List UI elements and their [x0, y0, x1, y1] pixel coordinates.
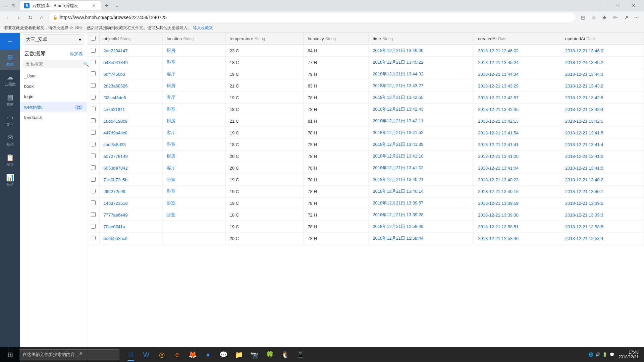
split-view-icon[interactable]: ⊟ — [578, 13, 588, 22]
cell-objectId[interactable]: 18b64190c9 — [99, 115, 163, 127]
sidebar-item-cloud[interactable]: ☁ 云函数 — [0, 70, 20, 90]
row-checkbox[interactable] — [91, 200, 96, 205]
cell-time[interactable]: 2018年12月21日 13:46:00 — [369, 45, 474, 57]
cell-createdAt[interactable]: 2018-12-21 13:41:54 — [474, 127, 561, 139]
address-bar[interactable]: 🔒 https://www.bmob.cn/app/browser/227458… — [48, 13, 576, 22]
cell-createdAt[interactable]: 2018-12-21 13:39:59 — [474, 197, 561, 209]
bookmark-icon[interactable]: ☆ — [589, 13, 598, 22]
import-bookmarks-link[interactable]: 导入收藏夹 — [193, 25, 213, 31]
sidebar-item-data[interactable]: ⊞ 数据 — [0, 50, 20, 70]
cell-updatedAt[interactable]: 2018-12-21 13:41:5 — [561, 127, 644, 139]
cell-createdAt[interactable]: 2018-12-21 13:46:02 — [474, 45, 561, 57]
cell-time[interactable]: 2018年12月21日 12:58:49 — [369, 221, 474, 233]
cell-location[interactable]: 客厅 — [163, 127, 226, 139]
cell-location[interactable]: 卧室 — [163, 104, 226, 115]
cell-updatedAt[interactable]: 2018-12-21 12:58:5 — [561, 221, 644, 233]
cell-createdAt[interactable]: 2018-12-21 13:40:23 — [474, 174, 561, 186]
reload-button[interactable]: ↻ — [25, 13, 35, 22]
bookmark-list-icon[interactable]: ★ — [600, 13, 609, 22]
cell-objectId[interactable]: f03cc43de5 — [99, 92, 163, 104]
cell-location[interactable]: 卧室 — [163, 209, 226, 221]
cell-location[interactable]: 客厅 — [163, 92, 226, 104]
row-checkbox[interactable] — [91, 236, 96, 240]
cell-time[interactable]: 2018年12月21日 13:42:55 — [369, 92, 474, 104]
row-checkbox[interactable] — [91, 224, 96, 229]
sidebar-item-analysis[interactable]: 📊 分析 — [0, 170, 20, 190]
cell-time[interactable]: 2018年12月21日 13:42:43 — [369, 104, 474, 115]
cell-location[interactable]: 卧室 — [163, 197, 226, 209]
taskbar-app-item[interactable]: 📁 — [231, 347, 246, 362]
cell-objectId[interactable]: 70ae0ff41a — [99, 221, 163, 233]
row-checkbox[interactable] — [91, 60, 96, 64]
row-checkbox[interactable] — [91, 71, 96, 76]
cell-time[interactable]: 2018年12月21日 13:41:52 — [369, 127, 474, 139]
cell-updatedAt[interactable]: 2018-12-21 13:43:2 — [561, 80, 644, 92]
taskbar-app-item[interactable]: 📷 — [247, 347, 262, 362]
cell-createdAt[interactable]: 2018-12-21 13:45:24 — [474, 57, 561, 68]
cell-location[interactable]: 厨房 — [163, 45, 226, 57]
cell-objectId[interactable]: ce7621ff41 — [99, 104, 163, 115]
annotate-icon[interactable]: ✏ — [610, 13, 620, 22]
cell-time[interactable]: 2018年12月21日 13:44:32 — [369, 68, 474, 80]
cell-objectId[interactable]: cbcf3c8d35 — [99, 139, 163, 150]
row-checkbox[interactable] — [91, 107, 96, 111]
cell-location[interactable]: 客厅 — [163, 68, 226, 80]
cell-updatedAt[interactable]: 2018-12-21 13:39:5 — [561, 197, 644, 209]
search-box[interactable]: 🔍 — [23, 60, 84, 68]
row-checkbox[interactable] — [91, 95, 96, 100]
close-button[interactable]: ✕ — [626, 0, 641, 11]
restore-button[interactable]: ❐ — [610, 0, 625, 11]
cell-createdAt[interactable]: 2018-12-21 12:58:46 — [474, 233, 561, 244]
sidebar-item-sms[interactable]: ✉ 短信 — [0, 130, 20, 150]
cell-time[interactable]: 2018年12月21日 13:41:18 — [369, 150, 474, 162]
cell-objectId[interactable]: 2d23a68326 — [99, 80, 163, 92]
cell-updatedAt[interactable]: 2018-12-21 12:58:4 — [561, 233, 644, 244]
cell-objectId[interactable]: 447d9b4bc8 — [99, 127, 163, 139]
battery-icon[interactable]: 🔋 — [602, 352, 607, 357]
tab-list-button[interactable]: ⌄ — [113, 2, 121, 10]
db-selector[interactable]: 大三_安卓 ▾ — [23, 34, 84, 45]
cell-updatedAt[interactable]: 2018-12-21 13:39:3 — [561, 209, 644, 221]
sidebar-item-pay[interactable]: ▭ 支付 — [0, 110, 20, 130]
taskbar-app-item[interactable]: ● — [201, 347, 215, 362]
cell-createdAt[interactable]: 2018-12-21 13:40:15 — [474, 186, 561, 197]
cell-updatedAt[interactable]: 2018-12-21 13:44:3 — [561, 68, 644, 80]
table-list-item[interactable]: book — [20, 81, 87, 92]
cell-objectId[interactable]: 6063de7042 — [99, 162, 163, 174]
cell-updatedAt[interactable]: 2018-12-21 13:41:2 — [561, 150, 644, 162]
cell-createdAt[interactable]: 2018-12-21 12:58:51 — [474, 221, 561, 233]
share-icon[interactable]: ↗ — [621, 13, 631, 22]
cell-objectId[interactable]: 7777ae6e49 — [99, 209, 163, 221]
row-checkbox[interactable] — [91, 83, 96, 88]
cell-objectId[interactable]: 2ae2204147 — [99, 45, 163, 57]
taskbar-clock[interactable]: 17:48 2018/12/21 — [619, 350, 641, 359]
taskbar-app-item[interactable]: 📱 — [293, 347, 308, 362]
taskbar-app-item[interactable]: 🐧 — [278, 347, 292, 362]
table-search-input[interactable] — [25, 62, 82, 67]
cell-time[interactable]: 2018年12月21日 13:39:28 — [369, 209, 474, 221]
back-button[interactable]: ‹ — [3, 13, 12, 22]
cell-location[interactable]: 卧室 — [163, 57, 226, 68]
taskbar-app-item[interactable]: e — [170, 347, 184, 362]
cell-objectId[interactable]: 14b3723518 — [99, 197, 163, 209]
cell-objectId[interactable]: 6dff7450b3 — [99, 68, 163, 80]
cell-updatedAt[interactable]: 2018-12-21 13:42:1 — [561, 115, 644, 127]
cell-updatedAt[interactable]: 2018-12-21 13:46:0 — [561, 45, 644, 57]
new-tab-button[interactable]: + — [102, 1, 111, 10]
cell-location[interactable]: 卧室 — [163, 174, 226, 186]
cell-createdAt[interactable]: 2018-12-21 13:41:04 — [474, 162, 561, 174]
sidebar-item-push[interactable]: 📋 推送 — [0, 150, 20, 170]
row-checkbox[interactable] — [91, 142, 96, 146]
taskbar-app-item[interactable]: 🍀 — [262, 347, 277, 362]
taskbar-app-item[interactable]: 🦊 — [185, 347, 200, 362]
network-icon[interactable]: 🌐 — [588, 352, 593, 357]
table-list-item[interactable]: wenshidu71 — [20, 102, 87, 112]
cell-updatedAt[interactable]: 2018-12-21 13:41:4 — [561, 139, 644, 150]
taskbar-app-item[interactable]: ⊡ — [123, 347, 138, 362]
cell-time[interactable]: 2018年12月21日 13:45:22 — [369, 57, 474, 68]
cell-createdAt[interactable]: 2018-12-21 13:41:20 — [474, 150, 561, 162]
taskbar-icon[interactable]: ⊞ — [10, 3, 16, 9]
select-all-checkbox[interactable] — [91, 36, 96, 41]
cell-time[interactable]: 2018年12月21日 13:42:11 — [369, 115, 474, 127]
notification-icon[interactable]: 💬 — [609, 352, 614, 357]
